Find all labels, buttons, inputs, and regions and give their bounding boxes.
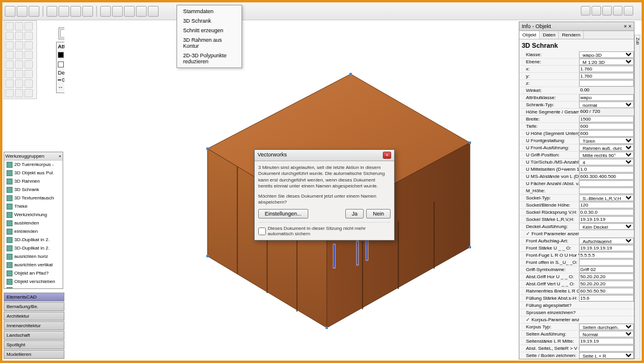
tree-node[interactable]: 2D Tuerenkorpus -: [4, 161, 63, 169]
pen-swatch[interactable]: [58, 61, 64, 67]
tool[interactable]: [15, 51, 23, 59]
tool[interactable]: [15, 89, 23, 97]
property-input[interactable]: [579, 295, 634, 302]
property-input[interactable]: [579, 345, 634, 352]
toolbar-button[interactable]: [5, 6, 16, 17]
property-input[interactable]: [579, 73, 634, 79]
close-icon[interactable]: ×: [58, 153, 61, 159]
workspace-tab[interactable]: Bemaßung/Be.: [4, 302, 64, 311]
tool[interactable]: [15, 41, 23, 50]
settings-button[interactable]: Einstellungen...: [258, 209, 308, 219]
tree-node[interactable]: 3D Objekt aus Pol.: [4, 169, 63, 177]
tree-node[interactable]: ausrichten horiz: [4, 253, 63, 261]
property-input[interactable]: [579, 94, 634, 101]
info-tab[interactable]: Rendern: [559, 31, 584, 39]
property-select[interactable]: normal: [579, 101, 634, 108]
toolbar-button[interactable]: [17, 6, 27, 17]
property-input[interactable]: [579, 123, 634, 130]
close-icon[interactable]: × ×: [624, 23, 631, 29]
property-select[interactable]: Normal: [579, 331, 634, 337]
tree-node[interactable]: 3D-Duplikat in 2.: [4, 244, 63, 253]
tool[interactable]: [5, 32, 14, 40]
tool[interactable]: [15, 70, 23, 78]
tool[interactable]: [24, 22, 33, 30]
tool[interactable]: [15, 60, 23, 69]
tool[interactable]: [24, 51, 33, 59]
property-input[interactable]: [579, 288, 634, 294]
toolbar-button[interactable]: [47, 6, 57, 17]
tool[interactable]: [24, 32, 33, 40]
property-select[interactable]: Seite L + R: [579, 352, 634, 359]
workspace-tab[interactable]: Architektur: [4, 312, 64, 321]
tree-node[interactable]: ausblenden: [4, 219, 63, 227]
property-select[interactable]: Türen: [579, 137, 634, 144]
yes-button[interactable]: Ja: [345, 209, 364, 219]
property-select[interactable]: M 1:20 3D: [579, 59, 634, 65]
toolbar-button[interactable]: [624, 6, 633, 16]
toolbar-button[interactable]: [613, 6, 623, 16]
property-select[interactable]: Mitte rechts 90°: [579, 152, 634, 158]
fill-swatch[interactable]: [58, 52, 64, 58]
toolbar-button[interactable]: [58, 6, 69, 17]
property-input[interactable]: [579, 202, 634, 208]
property-input[interactable]: [579, 130, 634, 137]
tree-node[interactable]: 3D Texturentausch: [4, 194, 63, 202]
tree-node[interactable]: 3D Schrank: [4, 186, 63, 194]
tool[interactable]: [24, 41, 33, 50]
toolbar-button[interactable]: [29, 6, 39, 17]
tree-node[interactable]: Objekt verschieben: [4, 278, 63, 286]
tool[interactable]: [5, 70, 14, 78]
property-input[interactable]: [579, 216, 634, 223]
property-input[interactable]: [579, 281, 634, 287]
property-input[interactable]: [579, 166, 634, 173]
property-input[interactable]: [579, 209, 634, 216]
workspace-tab[interactable]: Spotlight: [4, 340, 64, 349]
tool[interactable]: [5, 41, 14, 50]
tool[interactable]: [24, 70, 33, 78]
property-select[interactable]: wapo-3D: [579, 51, 634, 58]
info-tab[interactable]: Objekt: [519, 31, 540, 39]
toolbar-button[interactable]: [581, 6, 590, 16]
menu-item[interactable]: Stammdaten: [177, 7, 242, 16]
toolbar-button[interactable]: [148, 6, 159, 17]
dont-autosave-checkbox[interactable]: [258, 227, 266, 235]
tool[interactable]: [5, 51, 14, 59]
property-select[interactable]: Rahmen auß. durc: [579, 144, 634, 151]
tree-node[interactable]: Werkzeichnung: [4, 211, 63, 219]
property-input[interactable]: [579, 187, 634, 194]
no-button[interactable]: Nein: [366, 209, 391, 219]
property-input[interactable]: [579, 245, 634, 251]
tree-node[interactable]: Theke: [4, 202, 63, 211]
property-select[interactable]: Kein Deckel: [579, 223, 634, 230]
property-select[interactable]: 4: [579, 159, 634, 165]
tree-node[interactable]: Objekt an Pfad?: [4, 269, 63, 278]
property-select[interactable]: Aufschlagend: [579, 238, 634, 244]
menu-item[interactable]: 2D-3D Polypunkte reduzieren: [177, 51, 242, 66]
menu-item[interactable]: Schnitt erzeugen: [177, 26, 242, 35]
toolbar-button[interactable]: [70, 6, 81, 17]
workspace-tab[interactable]: Modellieren: [4, 350, 64, 359]
toolbar-button[interactable]: [112, 6, 123, 17]
property-input[interactable]: [579, 173, 634, 180]
workspace-tab[interactable]: Landschaft: [4, 331, 64, 340]
property-select[interactable]: S.-Blende L,R,V,H: [579, 195, 634, 201]
property-input[interactable]: [579, 259, 634, 266]
property-input[interactable]: [579, 266, 634, 273]
toolbar-button[interactable]: [602, 6, 612, 16]
tree-node[interactable]: Duplikat versch.: [4, 286, 63, 289]
workspace-tab[interactable]: Innenarchitektur: [4, 321, 64, 330]
tree-node[interactable]: 3D-Duplikat in 2.: [4, 236, 63, 244]
tree-node[interactable]: 3D Rahmen: [4, 177, 63, 186]
tool[interactable]: [5, 22, 14, 30]
menu-item[interactable]: 3D Schrank: [177, 16, 242, 26]
tool[interactable]: [24, 79, 33, 88]
tool[interactable]: [15, 79, 23, 88]
tool[interactable]: [5, 79, 14, 88]
tool[interactable]: [5, 60, 14, 69]
tree-node[interactable]: ausrichten vertikal: [4, 261, 63, 269]
property-input[interactable]: [579, 338, 634, 344]
property-input[interactable]: [579, 116, 634, 122]
property-input[interactable]: [579, 80, 634, 87]
property-input[interactable]: [579, 252, 634, 259]
tool[interactable]: [24, 60, 33, 69]
